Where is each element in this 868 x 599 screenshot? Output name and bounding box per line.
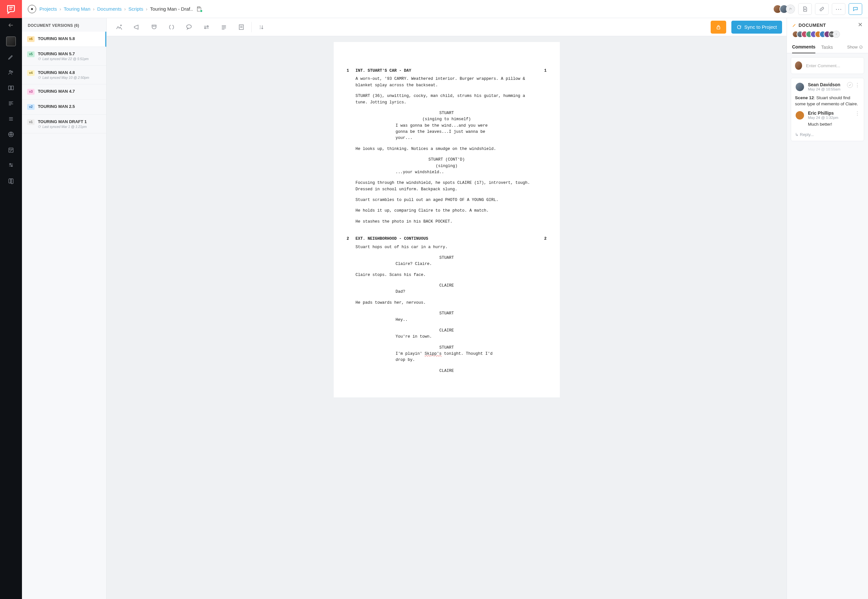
comment-author: Sean Davidson	[808, 82, 844, 87]
boards-nav-icon[interactable]	[0, 80, 22, 96]
comments-toggle-button[interactable]	[848, 3, 862, 15]
character-cue: CLAIRE	[392, 368, 501, 374]
save-status-icon	[196, 6, 202, 12]
more-button[interactable]	[832, 3, 845, 15]
comment-card: Sean Davidson May 24 @ 10:55am Scene 12:…	[791, 78, 864, 141]
action-tool-icon[interactable]	[216, 18, 232, 36]
action-line: He stashes the photo in his BACK POCKET.	[356, 219, 538, 225]
panel-title: DOCUMENT	[792, 23, 826, 28]
right-panel: DOCUMENT SW + Comments	[787, 18, 868, 599]
character-tool-icon[interactable]	[146, 18, 162, 36]
project-thumbnail[interactable]	[0, 34, 22, 49]
character-cue: STUART	[392, 255, 501, 261]
calendar-nav-icon[interactable]	[0, 142, 22, 158]
svg-point-27	[155, 26, 155, 27]
reply-author-avatar	[795, 110, 805, 120]
page-scroll[interactable]: 1 INT. STUART'S CAR - DAY A worn-out, '9…	[107, 36, 787, 599]
close-panel-button[interactable]	[857, 22, 863, 28]
back-button[interactable]	[0, 18, 22, 32]
character-cue: STUART	[392, 310, 501, 317]
dialogue-tool-icon[interactable]	[181, 18, 197, 36]
action-line: STUART (36), unwitting, cocky, man child…	[356, 93, 538, 105]
tab-tasks[interactable]: Tasks	[821, 41, 833, 53]
note-tool-icon[interactable]	[233, 18, 250, 36]
comment-menu-button[interactable]	[855, 82, 860, 88]
version-item[interactable]: v2 TOURING MAN 2.5	[22, 99, 106, 115]
version-item[interactable]: v3 TOURING MAN 4.7	[22, 84, 106, 99]
action-line: Claire stops. Scans his face.	[356, 272, 538, 278]
action-line: He looks up, thinking. Notices a smudge …	[356, 146, 538, 152]
version-item[interactable]: v1 TOURING MAN DRAFT 1Last synced Mar 1 …	[22, 115, 106, 134]
crumb-current: Touring Man - Draf..	[150, 6, 193, 12]
image-tool-icon[interactable]	[111, 18, 127, 36]
versions-header: DOCUMENT VERSIONS (6)	[22, 18, 106, 32]
announce-tool-icon[interactable]	[129, 18, 145, 36]
list-nav-icon[interactable]	[0, 111, 22, 126]
link-button[interactable]	[815, 3, 829, 15]
scene-heading: EXT. NEIGHBORHOOD - CONTINUOUS	[356, 236, 538, 242]
team-nav-icon[interactable]	[0, 65, 22, 80]
transition-tool-icon[interactable]	[199, 18, 215, 36]
version-item[interactable]: v4 TOURING MAN 4.8Last synced May 10 @ 2…	[22, 66, 106, 84]
left-rail	[0, 0, 22, 599]
version-badge: v2	[27, 104, 35, 110]
parenthetical: (singing to himself)	[401, 116, 492, 122]
resolve-comment-button[interactable]	[847, 82, 853, 88]
svg-rect-5	[9, 86, 11, 90]
version-badge: v5	[27, 51, 35, 57]
app-logo[interactable]	[0, 0, 22, 18]
crumb-touring-man[interactable]: Touring Man	[64, 6, 90, 12]
character-cue: CLAIRE	[392, 328, 501, 334]
reply-button[interactable]: ↳ Reply...	[795, 132, 860, 137]
breakdown-nav-icon[interactable]	[0, 96, 22, 111]
scene-number-right: 2	[544, 236, 551, 374]
svg-point-4	[11, 71, 13, 72]
add-collaborator-button[interactable]	[786, 5, 795, 14]
scene-numbers-tool-icon[interactable]: 12	[254, 18, 270, 36]
svg-rect-21	[198, 7, 200, 8]
parenthetical-tool-icon[interactable]	[164, 18, 180, 36]
collaborator-avatars	[773, 5, 795, 14]
action-line: He pads towards her, nervous.	[356, 300, 538, 306]
library-nav-icon[interactable]	[0, 173, 22, 189]
reply-time: May 24 @ 1:32pm	[808, 116, 855, 120]
sync-to-project-button[interactable]: Sync to Project	[731, 21, 782, 34]
aperture-nav-icon[interactable]	[0, 126, 22, 142]
current-user-avatar	[794, 61, 803, 71]
parenthetical: (singing)	[401, 163, 492, 169]
version-item[interactable]: v5 TOURING MAN 5.7Last synced Mar 22 @ 5…	[22, 47, 106, 66]
svg-point-3	[9, 71, 11, 72]
crumb-documents[interactable]: Documents	[97, 6, 122, 12]
version-item[interactable]: v6 TOURING MAN 5.8	[22, 32, 106, 47]
scene-number-right: 1	[544, 68, 551, 229]
action-line: Stuart scrambles to pull out an aged PHO…	[356, 197, 538, 203]
version-badge: v1	[27, 119, 35, 125]
editor-area: 12 Sync to Project 1	[107, 18, 787, 599]
svg-point-22	[790, 8, 791, 9]
svg-point-26	[153, 26, 153, 27]
crumb-projects[interactable]: Projects	[39, 6, 57, 12]
lock-button[interactable]	[711, 21, 726, 34]
sliders-nav-icon[interactable]	[0, 158, 22, 173]
comment-time: May 24 @ 10:55am	[808, 87, 844, 91]
dialogue: Claire? Claire.	[396, 261, 498, 267]
top-bar: Projects › Touring Man › Documents › Scr…	[22, 0, 868, 18]
reply-body: Much better!	[808, 122, 860, 128]
scene-heading: INT. STUART'S CAR - DAY	[356, 68, 538, 74]
svg-point-25	[120, 25, 122, 26]
reply-menu-button[interactable]	[855, 110, 860, 117]
project-icon	[28, 5, 36, 13]
add-collaborator-button[interactable]: +	[833, 31, 840, 38]
script-page[interactable]: 1 INT. STUART'S CAR - DAY A worn-out, '9…	[334, 42, 560, 397]
scene-number-left: 1	[342, 68, 349, 229]
crumb-scripts[interactable]: Scripts	[129, 6, 143, 12]
svg-point-44	[860, 45, 862, 48]
action-line: A worn-out, '93 CAMRY. Weathered interio…	[356, 76, 538, 89]
show-filter[interactable]: Show	[847, 45, 863, 50]
edit-nav-icon[interactable]	[0, 49, 22, 65]
document-collaborators: SW +	[787, 31, 868, 41]
comment-input[interactable]	[806, 63, 860, 68]
reply-author: Eric Phillips	[808, 110, 855, 116]
tab-comments[interactable]: Comments	[792, 41, 815, 53]
export-button[interactable]	[798, 3, 812, 15]
